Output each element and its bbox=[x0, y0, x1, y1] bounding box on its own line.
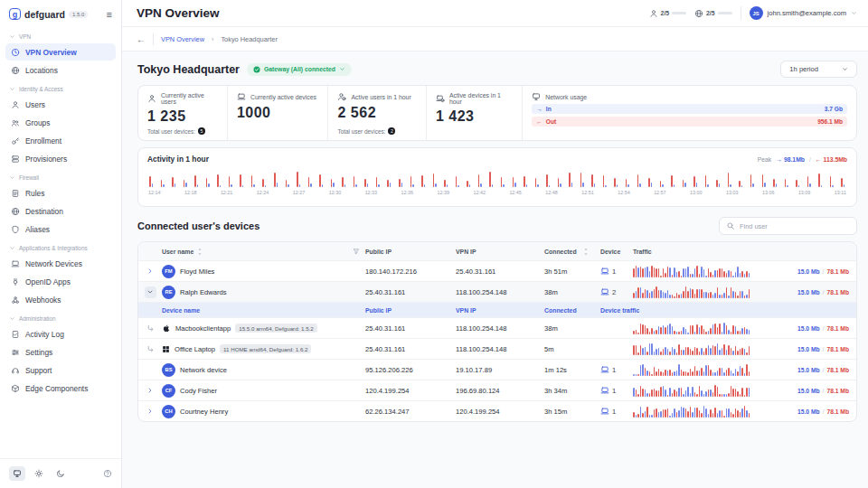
hamburger-icon[interactable]: ≡ bbox=[107, 9, 112, 20]
sidebar-item-edge-components[interactable]: Edge Components bbox=[5, 380, 116, 397]
activity-bar-group bbox=[444, 180, 448, 187]
sidebar-item-aliases[interactable]: Aliases bbox=[5, 221, 116, 238]
period-select[interactable]: 1h period bbox=[780, 61, 857, 78]
filter-icon[interactable] bbox=[353, 248, 365, 255]
users-icon bbox=[649, 9, 658, 18]
activity-bar-group bbox=[785, 179, 788, 187]
traffic-in-value: 15.0 Mb bbox=[797, 388, 820, 394]
activity-bar-group bbox=[671, 175, 675, 187]
traffic-values: 15.0 Mb / 78.1 Mb bbox=[762, 346, 849, 352]
search-input[interactable] bbox=[740, 222, 850, 230]
back-button[interactable]: ← bbox=[137, 34, 146, 44]
sidebar-item-destination[interactable]: Destination bbox=[5, 202, 116, 220]
network-usage-icon bbox=[532, 92, 541, 101]
table-row[interactable]: CH Courtney Henry 62.26.134.247 120.4.19… bbox=[138, 400, 856, 421]
table-row[interactable]: CF Cody Fisher 120.4.199.254 196.69.80.1… bbox=[138, 380, 856, 400]
version-badge: 1.5.0 bbox=[69, 11, 88, 18]
activity-bar-group bbox=[172, 177, 175, 187]
sidebar-item-rules[interactable]: Rules bbox=[5, 184, 116, 202]
sidebar-item-locations[interactable]: Locations bbox=[5, 61, 116, 79]
device-icon bbox=[600, 386, 609, 395]
time-tick: 13:11 bbox=[835, 190, 846, 195]
time-tick: 13:00 bbox=[690, 190, 703, 195]
sidebar-item-support[interactable]: Support bbox=[5, 361, 116, 379]
activity-bar-group bbox=[331, 179, 335, 187]
device-row[interactable]: Macbookclientapp 15.5.0 arm64, Defguard:… bbox=[138, 317, 856, 338]
row-expand-button[interactable] bbox=[146, 267, 154, 275]
sidebar-item-provisioners[interactable]: Provisioners bbox=[5, 150, 116, 167]
gateway-status-badge[interactable]: Gateway (All) connected bbox=[247, 63, 352, 76]
sidebar-item-openid-apps[interactable]: OpenID Apps bbox=[5, 273, 116, 290]
public-ip: 25.40.31.161 bbox=[365, 345, 456, 353]
traffic-values: 15.0 Mb / 78.1 Mb bbox=[762, 268, 849, 275]
theme-system-button[interactable] bbox=[9, 466, 25, 481]
traffic-out-value: 78.1 Mb bbox=[826, 325, 849, 332]
col-device[interactable]: Device bbox=[600, 249, 633, 255]
col-user-name[interactable]: User name bbox=[162, 249, 193, 255]
sidebar-item-activity-log[interactable]: Activity Log bbox=[5, 325, 116, 343]
col-connected[interactable]: Connected bbox=[544, 248, 600, 256]
arrow-left-icon: ← bbox=[536, 118, 542, 125]
col-public-ip[interactable]: Public IP bbox=[365, 249, 456, 255]
sidebar-item-settings[interactable]: Settings bbox=[5, 343, 116, 361]
row-expand-button[interactable] bbox=[146, 387, 154, 394]
traffic-out-value: 78.1 Mb bbox=[826, 388, 849, 394]
sidebar-item-network-devices[interactable]: Network Devices bbox=[5, 255, 116, 272]
divider bbox=[153, 33, 154, 45]
stat-label: Currently active devices bbox=[250, 94, 316, 100]
theme-light-button[interactable] bbox=[31, 466, 47, 481]
time-tick: 12:24 bbox=[257, 190, 269, 195]
activity-bar-group bbox=[818, 174, 822, 187]
find-user-search[interactable] bbox=[719, 217, 857, 235]
globe-icon bbox=[694, 9, 703, 18]
nav-section-header[interactable]: Applications & Integrations bbox=[0, 239, 121, 254]
public-ip: 120.4.199.254 bbox=[365, 387, 456, 395]
locations-icon bbox=[11, 66, 20, 75]
activity-bar-group bbox=[637, 174, 641, 187]
nav-section-header[interactable]: VPN bbox=[0, 27, 121, 42]
sidebar-item-enrollment[interactable]: Enrollment bbox=[5, 132, 116, 149]
user-name: Floyd Miles bbox=[180, 267, 214, 276]
connected-time: 38m bbox=[544, 288, 600, 296]
key-icon bbox=[11, 136, 20, 145]
sidebar-item-vpn-overview[interactable]: VPN Overview bbox=[5, 43, 116, 61]
col-traffic[interactable]: Traffic bbox=[633, 249, 849, 255]
sidebar-item-users[interactable]: Users bbox=[5, 96, 116, 113]
user-name: Courtney Henry bbox=[180, 408, 228, 416]
nav-section: VPN VPN Overview Locations bbox=[0, 27, 121, 79]
stat-card-3: Active devices in 1 hour 1 423 bbox=[427, 86, 523, 140]
row-expand-button[interactable] bbox=[146, 408, 154, 415]
activity-bar-group bbox=[376, 177, 380, 187]
table-row[interactable]: BS Network device 95.126.206.226 19.10.1… bbox=[138, 359, 856, 380]
table-row[interactable]: RE Ralph Edwards 25.40.31.161 118.100.25… bbox=[138, 281, 856, 302]
stat-label: Currently active users bbox=[161, 92, 218, 105]
nav-section-header[interactable]: Administration bbox=[0, 309, 121, 324]
time-tick: 12:42 bbox=[473, 190, 486, 195]
activity-bar-group bbox=[161, 180, 165, 187]
row-expand-button[interactable] bbox=[145, 286, 156, 298]
connected-time: 1m 12s bbox=[544, 366, 600, 374]
topbar-right: 2/5 2/5 JS john.smith@example.com bbox=[649, 6, 857, 20]
sort-icon[interactable] bbox=[197, 248, 203, 256]
activity-bar-group bbox=[614, 178, 618, 187]
col-vpn-ip[interactable]: VPN IP bbox=[456, 249, 544, 255]
theme-dark-button[interactable] bbox=[52, 466, 69, 481]
time-tick: 12:30 bbox=[329, 190, 342, 195]
activity-bar-group bbox=[206, 178, 210, 187]
avatar: CH bbox=[162, 405, 175, 418]
breadcrumb-vpn-overview[interactable]: VPN Overview bbox=[161, 35, 204, 43]
activity-bar-group bbox=[274, 173, 278, 187]
sidebar-item-groups[interactable]: Groups bbox=[5, 114, 116, 131]
defguard-logo-icon: g bbox=[9, 8, 21, 20]
nav-section-header[interactable]: Firewall bbox=[0, 168, 121, 183]
table-row[interactable]: FM Floyd Miles 180.140.172.216 25.40.31.… bbox=[138, 260, 856, 281]
sidebar-item-webhooks[interactable]: Webhooks bbox=[5, 291, 116, 308]
help-icon[interactable] bbox=[103, 469, 112, 478]
logo-row: g defguard 1.5.0 ≡ bbox=[0, 0, 121, 25]
device-row[interactable]: Office Laptop 11 HOME amd64, Defguard: 1… bbox=[138, 338, 856, 359]
nav-section-header[interactable]: Identity & Access bbox=[0, 80, 121, 95]
breadcrumb-separator: › bbox=[212, 36, 213, 42]
user-menu[interactable]: JS john.smith@example.com bbox=[750, 6, 857, 20]
traffic-in-value: 15.0 Mb bbox=[797, 346, 820, 352]
stat-card-1: Currently active devices 1000 bbox=[228, 86, 329, 140]
